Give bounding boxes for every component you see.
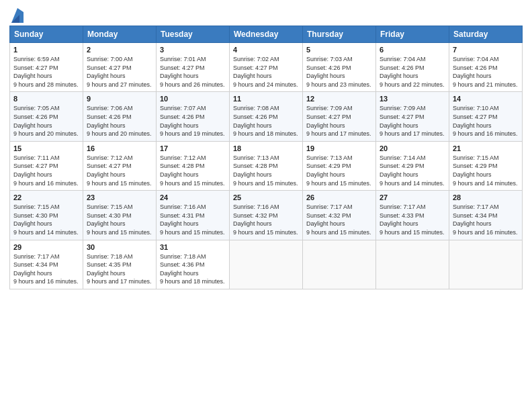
- calendar-cell: 28 Sunrise: 7:17 AM Sunset: 4:34 PM Dayl…: [449, 191, 523, 240]
- calendar-cell: [376, 240, 449, 289]
- calendar-cell: [303, 240, 376, 289]
- day-detail: Sunrise: 7:09 AM Sunset: 4:27 PM Dayligh…: [306, 104, 372, 138]
- day-detail: Sunrise: 7:16 AM Sunset: 4:31 PM Dayligh…: [160, 203, 226, 236]
- day-number: 4: [233, 46, 299, 54]
- day-number: 10: [160, 95, 226, 103]
- calendar-cell: 30 Sunrise: 7:18 AM Sunset: 4:35 PM Dayl…: [83, 240, 157, 289]
- calendar-cell: 24 Sunrise: 7:16 AM Sunset: 4:31 PM Dayl…: [157, 191, 230, 240]
- calendar-cell: 6 Sunrise: 7:04 AM Sunset: 4:26 PM Dayli…: [376, 43, 449, 92]
- calendar-table: SundayMondayTuesdayWednesdayThursdayFrid…: [9, 26, 523, 289]
- calendar-cell: 2 Sunrise: 7:00 AM Sunset: 4:27 PM Dayli…: [83, 43, 157, 92]
- calendar-cell: 19 Sunrise: 7:13 AM Sunset: 4:29 PM Dayl…: [303, 141, 376, 190]
- calendar-cell: 9 Sunrise: 7:06 AM Sunset: 4:26 PM Dayli…: [83, 92, 157, 141]
- day-detail: Sunrise: 7:12 AM Sunset: 4:27 PM Dayligh…: [87, 154, 152, 187]
- calendar-cell: 27 Sunrise: 7:17 AM Sunset: 4:33 PM Dayl…: [376, 191, 449, 240]
- calendar-cell: 4 Sunrise: 7:02 AM Sunset: 4:27 PM Dayli…: [230, 43, 303, 92]
- calendar-cell: [230, 240, 303, 289]
- day-number: 21: [453, 144, 519, 152]
- day-number: 23: [87, 193, 152, 201]
- day-number: 8: [13, 95, 79, 103]
- page-container: SundayMondayTuesdayWednesdayThursdayFrid…: [0, 0, 532, 295]
- day-number: 25: [233, 193, 299, 201]
- calendar-cell: 25 Sunrise: 7:16 AM Sunset: 4:32 PM Dayl…: [230, 191, 303, 240]
- day-number: 9: [87, 95, 152, 103]
- day-detail: Sunrise: 7:04 AM Sunset: 4:26 PM Dayligh…: [380, 55, 445, 89]
- calendar-cell: 12 Sunrise: 7:09 AM Sunset: 4:27 PM Dayl…: [303, 92, 376, 141]
- day-detail: Sunrise: 7:18 AM Sunset: 4:36 PM Dayligh…: [160, 253, 226, 286]
- day-detail: Sunrise: 7:07 AM Sunset: 4:26 PM Dayligh…: [160, 104, 226, 138]
- calendar-cell: 11 Sunrise: 7:08 AM Sunset: 4:26 PM Dayl…: [230, 92, 303, 141]
- day-header: Friday: [376, 26, 449, 43]
- day-detail: Sunrise: 7:00 AM Sunset: 4:27 PM Dayligh…: [87, 55, 152, 89]
- calendar-cell: 3 Sunrise: 7:01 AM Sunset: 4:27 PM Dayli…: [157, 43, 230, 92]
- day-number: 30: [87, 243, 152, 251]
- day-number: 22: [13, 193, 79, 201]
- header: [9, 7, 523, 23]
- calendar-cell: 26 Sunrise: 7:17 AM Sunset: 4:32 PM Dayl…: [303, 191, 376, 240]
- day-number: 15: [13, 144, 79, 152]
- calendar-cell: 16 Sunrise: 7:12 AM Sunset: 4:27 PM Dayl…: [83, 141, 157, 190]
- calendar-cell: [449, 240, 523, 289]
- calendar-cell: 8 Sunrise: 7:05 AM Sunset: 4:26 PM Dayli…: [10, 92, 83, 141]
- day-number: 31: [160, 243, 226, 251]
- day-detail: Sunrise: 7:15 AM Sunset: 4:30 PM Dayligh…: [87, 203, 152, 236]
- day-number: 13: [380, 95, 445, 103]
- day-number: 17: [160, 144, 226, 152]
- day-detail: Sunrise: 7:13 AM Sunset: 4:29 PM Dayligh…: [306, 154, 372, 187]
- day-detail: Sunrise: 7:09 AM Sunset: 4:27 PM Dayligh…: [380, 104, 445, 138]
- day-number: 1: [13, 46, 79, 54]
- day-detail: Sunrise: 7:06 AM Sunset: 4:26 PM Dayligh…: [87, 104, 152, 138]
- day-number: 14: [453, 95, 519, 103]
- day-header: Tuesday: [157, 26, 230, 43]
- calendar-cell: 10 Sunrise: 7:07 AM Sunset: 4:26 PM Dayl…: [157, 92, 230, 141]
- day-number: 3: [160, 46, 226, 54]
- day-number: 7: [453, 46, 519, 54]
- logo: [9, 9, 24, 23]
- calendar-cell: 13 Sunrise: 7:09 AM Sunset: 4:27 PM Dayl…: [376, 92, 449, 141]
- day-number: 5: [306, 46, 372, 54]
- day-detail: Sunrise: 7:04 AM Sunset: 4:26 PM Dayligh…: [453, 55, 519, 89]
- calendar-cell: 7 Sunrise: 7:04 AM Sunset: 4:26 PM Dayli…: [449, 43, 523, 92]
- day-detail: Sunrise: 7:17 AM Sunset: 4:33 PM Dayligh…: [380, 203, 445, 236]
- calendar-cell: 29 Sunrise: 7:17 AM Sunset: 4:34 PM Dayl…: [10, 240, 83, 289]
- day-detail: Sunrise: 7:01 AM Sunset: 4:27 PM Dayligh…: [160, 55, 226, 89]
- day-number: 11: [233, 95, 299, 103]
- day-number: 27: [380, 193, 445, 201]
- day-detail: Sunrise: 7:11 AM Sunset: 4:27 PM Dayligh…: [13, 154, 79, 187]
- day-number: 18: [233, 144, 299, 152]
- day-header: Wednesday: [230, 26, 303, 43]
- day-detail: Sunrise: 7:17 AM Sunset: 4:34 PM Dayligh…: [453, 203, 519, 236]
- day-number: 24: [160, 193, 226, 201]
- calendar-cell: 22 Sunrise: 7:15 AM Sunset: 4:30 PM Dayl…: [10, 191, 83, 240]
- day-detail: Sunrise: 7:08 AM Sunset: 4:26 PM Dayligh…: [233, 104, 299, 138]
- day-detail: Sunrise: 7:15 AM Sunset: 4:30 PM Dayligh…: [13, 203, 79, 236]
- day-detail: Sunrise: 7:12 AM Sunset: 4:28 PM Dayligh…: [160, 154, 226, 187]
- day-detail: Sunrise: 7:18 AM Sunset: 4:35 PM Dayligh…: [87, 253, 152, 286]
- day-detail: Sunrise: 7:03 AM Sunset: 4:26 PM Dayligh…: [306, 55, 372, 89]
- calendar-cell: 1 Sunrise: 6:59 AM Sunset: 4:27 PM Dayli…: [10, 43, 83, 92]
- day-number: 16: [87, 144, 152, 152]
- calendar-cell: 15 Sunrise: 7:11 AM Sunset: 4:27 PM Dayl…: [10, 141, 83, 190]
- day-detail: Sunrise: 7:10 AM Sunset: 4:27 PM Dayligh…: [453, 104, 519, 138]
- calendar-cell: 21 Sunrise: 7:15 AM Sunset: 4:29 PM Dayl…: [449, 141, 523, 190]
- day-detail: Sunrise: 7:05 AM Sunset: 4:26 PM Dayligh…: [13, 104, 79, 138]
- day-header: Saturday: [449, 26, 523, 43]
- day-detail: Sunrise: 7:13 AM Sunset: 4:28 PM Dayligh…: [233, 154, 299, 187]
- day-detail: Sunrise: 6:59 AM Sunset: 4:27 PM Dayligh…: [13, 55, 79, 89]
- day-header: Monday: [83, 26, 157, 43]
- day-number: 12: [306, 95, 372, 103]
- day-detail: Sunrise: 7:02 AM Sunset: 4:27 PM Dayligh…: [233, 55, 299, 89]
- calendar-cell: 5 Sunrise: 7:03 AM Sunset: 4:26 PM Dayli…: [303, 43, 376, 92]
- day-header: Sunday: [10, 26, 83, 43]
- logo-icon: [11, 8, 24, 23]
- day-number: 20: [380, 144, 445, 152]
- calendar-cell: 18 Sunrise: 7:13 AM Sunset: 4:28 PM Dayl…: [230, 141, 303, 190]
- calendar-cell: 14 Sunrise: 7:10 AM Sunset: 4:27 PM Dayl…: [449, 92, 523, 141]
- day-detail: Sunrise: 7:16 AM Sunset: 4:32 PM Dayligh…: [233, 203, 299, 236]
- day-number: 19: [306, 144, 372, 152]
- calendar-cell: 23 Sunrise: 7:15 AM Sunset: 4:30 PM Dayl…: [83, 191, 157, 240]
- day-number: 2: [87, 46, 152, 54]
- calendar-cell: 17 Sunrise: 7:12 AM Sunset: 4:28 PM Dayl…: [157, 141, 230, 190]
- day-header: Thursday: [303, 26, 376, 43]
- day-detail: Sunrise: 7:15 AM Sunset: 4:29 PM Dayligh…: [453, 154, 519, 187]
